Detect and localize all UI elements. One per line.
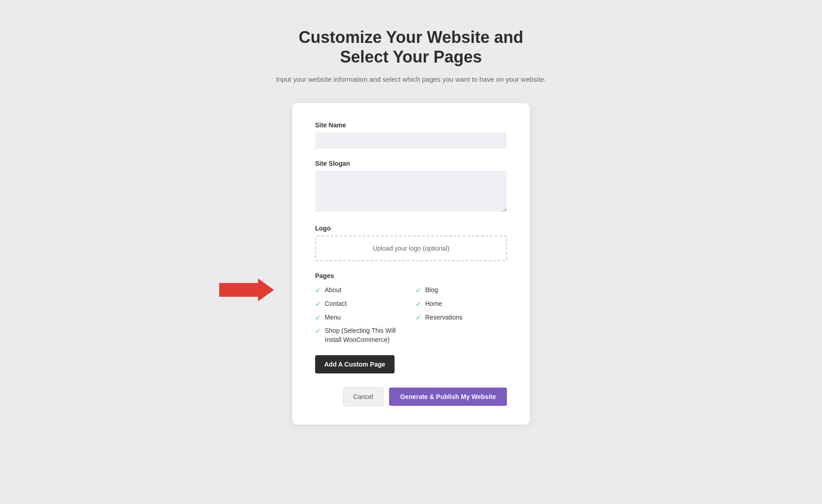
page-item-menu[interactable]: ✓ Menu <box>315 313 406 322</box>
site-name-input[interactable] <box>315 132 507 149</box>
logo-field-group: Logo Upload your logo (optional) <box>315 225 507 261</box>
site-name-field-group: Site Name <box>315 121 507 149</box>
generate-publish-button[interactable]: Generate & Publish My Website <box>389 388 507 406</box>
logo-label: Logo <box>315 225 507 232</box>
check-icon-home: ✓ <box>416 300 422 308</box>
page-item-reservations[interactable]: ✓ Reservations <box>416 313 507 322</box>
page-name-about: About <box>325 286 342 295</box>
site-slogan-field-group: Site Slogan <box>315 160 507 214</box>
page-name-reservations: Reservations <box>425 313 463 322</box>
site-slogan-label: Site Slogan <box>315 160 507 167</box>
page-subtitle: Input your website information and selec… <box>276 74 546 85</box>
check-icon-contact: ✓ <box>315 300 321 308</box>
check-icon-menu: ✓ <box>315 314 321 322</box>
arrow-icon <box>219 278 274 301</box>
page-name-home: Home <box>425 299 442 309</box>
page-header: Customize Your Website and Select Your P… <box>276 27 546 85</box>
main-card: Site Name Site Slogan Logo Upload your l… <box>292 103 530 425</box>
page-name-shop: Shop (Selecting This Will Install WooCom… <box>325 326 406 344</box>
page-item-shop[interactable]: ✓ Shop (Selecting This Will Install WooC… <box>315 326 406 344</box>
page-name-contact: Contact <box>325 299 347 309</box>
pages-section: Pages ✓ About ✓ Blog ✓ Contact ✓ Home ✓ <box>315 272 507 344</box>
check-icon-shop: ✓ <box>315 327 321 335</box>
site-name-label: Site Name <box>315 121 507 129</box>
check-icon-blog: ✓ <box>416 286 422 294</box>
page-item-home[interactable]: ✓ Home <box>416 299 507 309</box>
page-title: Customize Your Website and Select Your P… <box>276 27 546 67</box>
logo-upload-button[interactable]: Upload your logo (optional) <box>315 236 507 261</box>
page-name-blog: Blog <box>425 286 438 295</box>
site-slogan-input[interactable] <box>315 171 507 212</box>
add-custom-page-button[interactable]: Add A Custom Page <box>315 355 395 373</box>
pages-grid: ✓ About ✓ Blog ✓ Contact ✓ Home ✓ Menu ✓ <box>315 286 507 344</box>
footer-actions: Cancel Generate & Publish My Website <box>315 387 507 406</box>
check-icon-about: ✓ <box>315 286 321 294</box>
arrow-indicator <box>219 278 274 301</box>
page-name-menu: Menu <box>325 313 341 322</box>
check-icon-reservations: ✓ <box>416 314 422 322</box>
page-item-blog[interactable]: ✓ Blog <box>416 286 507 295</box>
page-item-contact[interactable]: ✓ Contact <box>315 299 406 309</box>
svg-marker-0 <box>219 278 274 301</box>
page-item-about[interactable]: ✓ About <box>315 286 406 295</box>
cancel-button[interactable]: Cancel <box>343 387 384 406</box>
pages-label: Pages <box>315 272 507 279</box>
